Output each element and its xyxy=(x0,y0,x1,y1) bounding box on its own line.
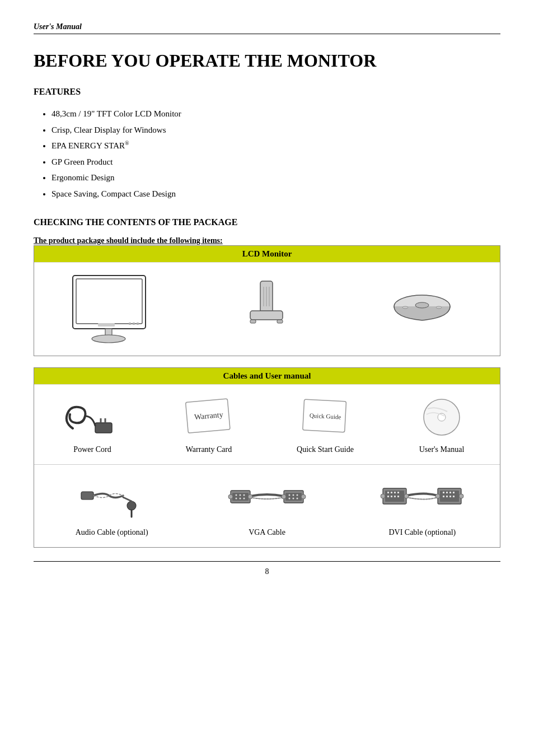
svg-rect-59 xyxy=(391,496,392,497)
svg-point-43 xyxy=(292,494,294,496)
dvi-cable-icon xyxy=(380,475,464,522)
svg-point-42 xyxy=(288,494,290,496)
svg-rect-14 xyxy=(277,320,283,323)
dvi-cable-label: DVI Cable (optional) xyxy=(388,528,456,537)
quick-start-guide-label: Quick Start Guide xyxy=(297,445,354,454)
svg-rect-67 xyxy=(453,492,455,493)
power-cord-label: Power Cord xyxy=(73,445,111,454)
audio-cable-label: Audio Cable (optional) xyxy=(76,528,148,537)
lcd-stand-base-item xyxy=(345,279,500,339)
quick-start-guide-icon: Quick Guide xyxy=(299,395,352,440)
cables-row-2: Audio Cable (optional) xyxy=(34,464,500,547)
svg-rect-5 xyxy=(129,323,131,325)
svg-point-35 xyxy=(239,494,241,496)
lcd-stand-base-icon xyxy=(388,284,456,334)
svg-rect-58 xyxy=(387,496,389,497)
feature-item-1: 48,3cm / 19" TFT Color LCD Monitor xyxy=(51,106,500,122)
svg-rect-56 xyxy=(394,492,396,493)
svg-point-3 xyxy=(92,335,125,343)
lcd-items-row xyxy=(34,262,500,356)
svg-rect-41 xyxy=(285,493,302,501)
feature-item-2: Crisp, Clear Display for Windows xyxy=(51,122,500,138)
svg-point-75 xyxy=(459,494,463,498)
dvi-cable-item: DVI Cable (optional) xyxy=(345,470,500,542)
features-list: 48,3cm / 19" TFT Color LCD Monitor Crisp… xyxy=(34,106,500,202)
lcd-stand-arm-item xyxy=(189,274,344,344)
users-manual-label: User's Manual xyxy=(419,445,465,454)
svg-rect-66 xyxy=(449,492,451,493)
warranty-card-label: Warranty Card xyxy=(186,445,232,454)
svg-rect-68 xyxy=(443,496,444,497)
header-section: User's Manual xyxy=(34,22,500,34)
svg-rect-33 xyxy=(232,493,249,501)
svg-line-30 xyxy=(123,497,132,501)
svg-rect-57 xyxy=(397,492,399,493)
svg-rect-4 xyxy=(98,323,115,326)
manual-label: User's Manual xyxy=(34,22,82,31)
features-title: FEATURES xyxy=(34,87,500,97)
cables-header: Cables and User manual xyxy=(34,368,500,384)
svg-rect-70 xyxy=(449,496,451,497)
lcd-header: LCD Monitor xyxy=(34,246,500,262)
feature-item-6: Space Saving, Compact Case Design xyxy=(51,186,500,202)
svg-rect-7 xyxy=(137,323,139,325)
svg-rect-1 xyxy=(76,279,142,324)
svg-rect-65 xyxy=(446,492,448,493)
audio-cable-icon xyxy=(78,475,146,522)
feature-item-4: GP Green Product xyxy=(51,154,500,170)
svg-point-39 xyxy=(243,498,245,500)
lcd-monitor-item xyxy=(34,268,189,350)
svg-point-48 xyxy=(228,494,233,499)
checking-title: CHECKING THE CONTENTS OF THE PACKAGE xyxy=(34,217,500,227)
power-cord-item: Power Cord xyxy=(34,390,151,459)
svg-rect-61 xyxy=(397,496,399,497)
svg-point-29 xyxy=(127,501,136,510)
vga-cable-item: VGA Cable xyxy=(189,470,344,542)
svg-rect-60 xyxy=(394,496,396,497)
vga-cable-label: VGA Cable xyxy=(249,528,285,537)
svg-point-44 xyxy=(296,494,298,496)
svg-point-34 xyxy=(235,494,237,496)
users-manual-item: User's Manual xyxy=(383,390,500,459)
svg-point-72 xyxy=(381,494,385,498)
lcd-monitor-icon xyxy=(67,273,157,346)
svg-rect-19 xyxy=(95,423,112,433)
warranty-card-icon: Warranty xyxy=(182,395,236,440)
svg-rect-55 xyxy=(391,492,392,493)
package-intro: The product package should include the f… xyxy=(34,236,500,245)
lcd-stand-arm-icon xyxy=(239,278,295,340)
feature-item-5: Ergonomic Design xyxy=(51,170,500,186)
svg-rect-13 xyxy=(250,320,256,323)
svg-rect-69 xyxy=(446,496,448,497)
svg-point-38 xyxy=(239,498,241,500)
svg-point-17 xyxy=(402,306,408,309)
audio-cable-item: Audio Cable (optional) xyxy=(34,470,189,542)
vga-cable-icon xyxy=(228,475,306,522)
svg-point-51 xyxy=(301,494,306,499)
svg-point-45 xyxy=(288,498,290,500)
page-footer: 8 xyxy=(34,561,500,576)
svg-point-74 xyxy=(435,494,440,498)
page-number: 8 xyxy=(265,567,269,576)
users-manual-icon xyxy=(416,395,467,440)
warranty-card-item: Warranty Warranty Card xyxy=(151,390,267,459)
power-cord-icon xyxy=(62,395,123,440)
svg-point-16 xyxy=(415,302,429,308)
svg-rect-6 xyxy=(133,323,135,325)
cables-row-1: Power Cord Warranty Warranty Card xyxy=(34,384,500,464)
quick-start-guide-item: Quick Guide Quick Start Guide xyxy=(267,390,383,459)
svg-point-18 xyxy=(436,306,442,309)
svg-point-49 xyxy=(248,494,252,499)
svg-point-73 xyxy=(404,494,409,498)
svg-rect-9 xyxy=(250,311,283,320)
svg-point-36 xyxy=(243,494,245,496)
svg-point-47 xyxy=(296,498,298,500)
feature-item-3: EPA ENERGY STAR® xyxy=(51,138,500,154)
lcd-table: LCD Monitor xyxy=(34,245,500,356)
svg-rect-54 xyxy=(387,492,389,493)
svg-rect-64 xyxy=(443,492,444,493)
page-title: BEFORE YOU OPERATE THE MONITOR xyxy=(34,50,500,71)
cables-table: Cables and User manual Power Cord xyxy=(34,367,500,548)
svg-point-37 xyxy=(235,498,237,500)
svg-rect-28 xyxy=(81,492,93,500)
